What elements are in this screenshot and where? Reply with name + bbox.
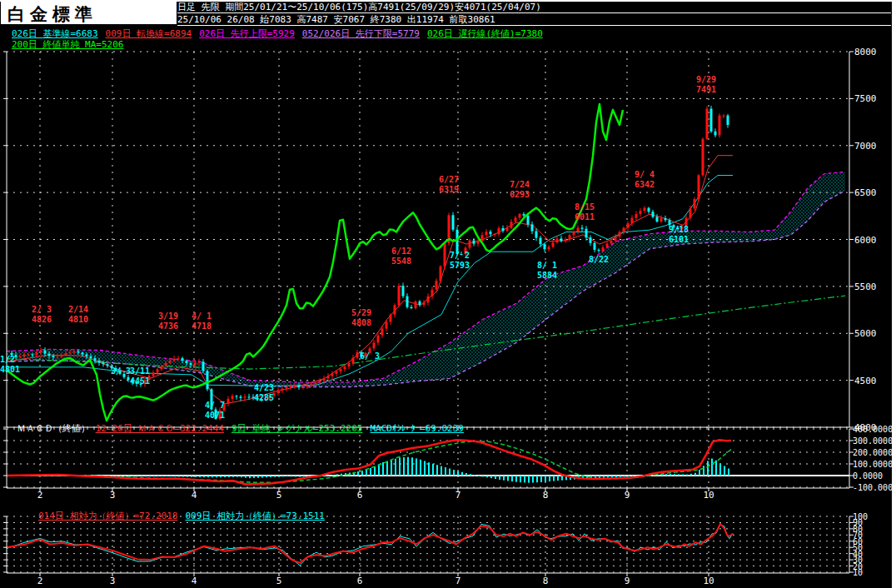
- swing-low-annotation: 1/2 4801: [0, 355, 20, 375]
- swing-high-annotation: 5/29 4808: [351, 308, 371, 328]
- macd-legend-item: MACDｵｼﾚｰﾀｰ=69.0239: [370, 423, 463, 434]
- rsi-month-label: 7: [455, 576, 461, 586]
- rsi-legend: 014日 相対力（終値）=72.2018009日 相対力（終値）=73.1511: [38, 510, 332, 522]
- macd-axis-tick: 300.0000: [853, 436, 893, 446]
- rsi-month-label: 2: [37, 576, 43, 586]
- macd-month-label: 9: [625, 491, 630, 500]
- rsi9-line: [7, 524, 733, 565]
- right-border: [892, 0, 896, 588]
- rsi-month-label: 8: [543, 576, 549, 586]
- macd-axis-tick: 100.0000: [853, 460, 893, 469]
- macd-axis-tick: -100.000: [853, 483, 893, 492]
- rsi-axis-tick: 10: [853, 568, 863, 577]
- macd-axis-tick: 0.0000: [853, 471, 883, 481]
- macd-axis-tick: 200.0000: [853, 448, 893, 457]
- swing-high-annotation: 9/29 7491: [696, 75, 716, 95]
- rsi-month-label: 3: [110, 576, 116, 586]
- swing-low-annotation: 4/ 7 4071: [205, 401, 225, 421]
- price-axis-tick: 5500: [854, 282, 877, 292]
- rsi14-line: [7, 524, 733, 563]
- macd-month-label: 8: [543, 491, 549, 500]
- swing-low-annotation: 9/18 6101: [669, 225, 689, 245]
- swing-high-annotation: 8/15 6011: [575, 202, 595, 222]
- macd-month-label: 5: [276, 491, 282, 500]
- price-axis-tick: 7500: [854, 94, 877, 103]
- swing-high-annotation: 6/27 6319: [439, 175, 459, 195]
- macd-month-label: 6: [357, 491, 363, 500]
- ichimoku-cloud: [7, 172, 845, 386]
- swing-low-annotation: 6/ 3: [360, 351, 380, 361]
- panel-frames: [3, 52, 854, 576]
- swing-low-annotation: 4/23 4285: [254, 383, 274, 403]
- swing-high-annotation: 4/ 1 4718: [192, 311, 212, 331]
- price-axis-tick: 8000: [854, 47, 877, 57]
- macd-month-label: 7: [455, 491, 461, 500]
- rsi-month-label: 4: [192, 576, 197, 586]
- swing-low-annotation: 3/11 4451: [130, 366, 150, 386]
- price-axis-tick: 6500: [854, 188, 877, 197]
- macd-axis-tick: 400.0000: [853, 425, 893, 434]
- macd-legend-item: 12-26日 ＭＡＣＤ=322.2444: [96, 423, 224, 434]
- macd-line: [7, 440, 731, 484]
- macd-month-label: 4: [192, 491, 197, 500]
- rsi-legend-item: 009日 相対力（終値）=73.1511: [185, 511, 324, 521]
- lagging-line: [7, 104, 623, 421]
- macd-month-label: 2: [37, 491, 43, 500]
- rsi-legend-item: 014日 相対力（終値）=72.2018: [38, 511, 177, 521]
- chart-graphics[interactable]: [0, 0, 896, 588]
- macd-month-label: 3: [110, 491, 116, 500]
- swing-low-annotation: 7/ 2 5793: [450, 251, 470, 271]
- swing-low-annotation: 8/22: [589, 255, 609, 265]
- price-axis-tick: 4500: [854, 376, 877, 386]
- swing-high-annotation: 7/24 6293: [510, 180, 530, 200]
- gridlines: [7, 52, 849, 572]
- swing-high-annotation: 9/ 4 6342: [635, 170, 655, 190]
- chart-application-window: 白金標準 日足 先限 期間25/01/21〜25/10/06(175)高7491…: [0, 0, 896, 588]
- swing-high-annotation: 2/ 3 4826: [32, 305, 52, 325]
- price-axis-tick: 6000: [854, 236, 877, 245]
- swing-high-annotation: 6/12 5548: [391, 247, 411, 267]
- price-axis-tick: 5000: [854, 329, 877, 338]
- rsi-month-label: 5: [276, 576, 282, 586]
- swing-low-annotation: 3/ 3: [111, 366, 131, 376]
- macd-month-label: 10: [703, 491, 714, 500]
- swing-high-annotation: 3/19 4736: [158, 311, 178, 331]
- price-axis-tick: 7000: [854, 142, 877, 151]
- rsi-month-label: 9: [625, 576, 630, 586]
- macd-legend-item: 9日 単純 シグナル=253.2205: [231, 423, 363, 434]
- swing-low-annotation: 8/ 1 5884: [537, 261, 557, 281]
- rsi-month-label: 6: [357, 576, 363, 586]
- macd-legend-title: ＭＡＣＤ（終値）: [17, 423, 96, 434]
- macd-legend: ＭＡＣＤ（終値） 12-26日 ＭＡＣＤ=322.24449日 単純 シグナル=…: [17, 422, 471, 435]
- swing-high-annotation: 2/14 4810: [68, 305, 88, 325]
- rsi-month-label: 10: [703, 576, 714, 586]
